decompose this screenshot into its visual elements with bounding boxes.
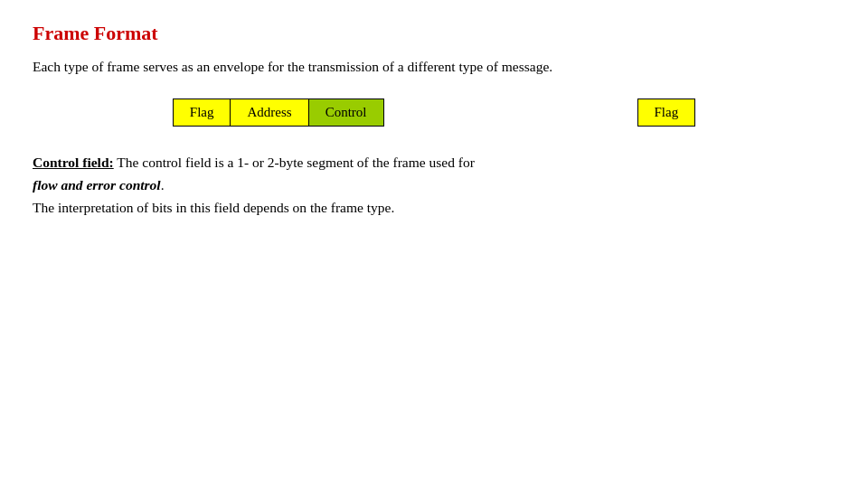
frame-cell-flag: Flag — [174, 99, 231, 126]
intro-paragraph: Each type of frame serves as an envelope… — [33, 56, 835, 77]
frame-diagram: Flag Address Control Flag — [33, 99, 835, 127]
frame-left-cells: Flag Address Control — [173, 99, 384, 127]
frame-cell-control: Control — [309, 99, 383, 126]
body-italic-text: flow and error control — [33, 177, 161, 192]
frame-cell-address: Address — [231, 99, 308, 126]
body-text-period: . — [161, 177, 165, 192]
body-text-line1: The control field is a 1- or 2-byte segm… — [114, 155, 475, 170]
page: Frame Format Each type of frame serves a… — [0, 0, 868, 488]
page-title: Frame Format — [33, 22, 835, 45]
body-text-line3: The interpretation of bits in this field… — [33, 200, 394, 215]
control-field-label: Control field: — [33, 155, 114, 170]
body-paragraph: Control field: The control field is a 1-… — [33, 152, 835, 219]
frame-cell-flag-right: Flag — [637, 99, 696, 127]
